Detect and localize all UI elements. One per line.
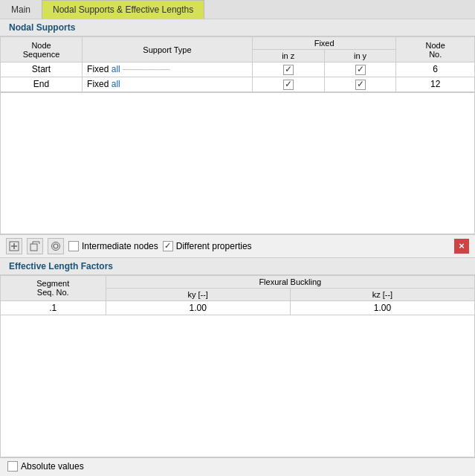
th-fixed: Fixed [252,37,396,50]
toolbar-btn-1[interactable] [6,238,22,254]
nodal-supports-section: Nodal Supports NodeSequence Support Type… [0,19,475,234]
nodal-supports-table-wrapper: NodeSequence Support Type Fixed NodeNo. … [0,36,475,93]
th-fixed-z: in z [252,50,324,62]
table-row: End Fixed all 12 [1,77,475,91]
svg-point-7 [54,244,58,248]
effective-length-table: SegmentSeq. No. Flexural Buckling ky [--… [0,275,475,315]
bottom-bar: Absolute values [0,457,475,475]
effective-length-section: Effective Length Factors SegmentSeq. No.… [0,258,475,457]
checkbox-fixed-z-start[interactable] [283,65,294,75]
settings-icon [51,241,61,251]
table-header-row-1: NodeSequence Support Type Fixed NodeNo. [1,37,475,50]
th-fixed-y: in y [324,50,396,62]
edit-icon [30,241,40,251]
checkbox-fixed-y-start[interactable] [355,65,366,75]
intermediate-nodes-label[interactable]: Intermediate nodes [68,241,158,251]
cell-kz: 1.00 [290,300,474,315]
add-icon [9,241,19,251]
different-properties-text: Different properties [176,241,252,251]
absolute-values-label[interactable]: Absolute values [7,461,84,472]
cell-support-type-end: Fixed all [83,77,253,91]
svg-point-8 [52,242,60,250]
th-ky: ky [--] [106,288,290,300]
table-row: Start Fixed all ───────── 6 [1,62,475,77]
close-button[interactable]: × [454,239,469,254]
cell-sequence-start: Start [1,62,83,77]
nodal-supports-table: NodeSequence Support Type Fixed NodeNo. … [0,36,475,92]
different-properties-checkbox[interactable]: ✓ [163,241,173,251]
toolbar-btn-3[interactable] [48,238,64,254]
tab-main[interactable]: Main [0,0,42,19]
svg-rect-3 [30,244,37,251]
th-node-no: NodeNo. [396,37,475,62]
eff-table-header-row-1: SegmentSeq. No. Flexural Buckling [1,275,475,288]
tab-nodal[interactable]: Nodal Supports & Effective Lengths [42,0,204,19]
absolute-values-checkbox[interactable] [7,461,18,472]
main-content: Nodal Supports NodeSequence Support Type… [0,19,475,475]
checkbox-fixed-z-end[interactable] [283,80,294,90]
th-flexural-buckling: Flexural Buckling [106,275,474,288]
th-kz: kz [--] [290,288,474,300]
effective-length-table-wrapper: SegmentSeq. No. Flexural Buckling ky [--… [0,275,475,315]
th-support-type: Support Type [83,37,253,62]
effective-length-empty-area [0,315,475,457]
checkbox-fixed-y-end[interactable] [355,80,366,90]
th-seg-seq: SegmentSeq. No. [1,275,106,300]
cell-support-type-start: Fixed all ───────── [83,62,253,77]
toolbar-btn-2[interactable] [27,238,43,254]
cell-fixed-y-start[interactable] [324,62,396,77]
cell-fixed-z-end[interactable] [252,77,324,91]
absolute-values-text: Absolute values [21,461,84,472]
cell-seg-seq: .1 [1,300,106,315]
cell-node-no-end: 12 [396,77,475,91]
nodal-supports-empty-area [0,93,475,234]
cell-sequence-end: End [1,77,83,91]
effective-length-header: Effective Length Factors [0,258,475,275]
nodal-supports-header: Nodal Supports [0,19,475,36]
toolbar-row: Intermediate nodes ✓ Different propertie… [0,234,475,258]
cell-fixed-y-end[interactable] [324,77,396,91]
th-node-sequence: NodeSequence [1,37,83,62]
intermediate-nodes-checkbox[interactable] [68,241,79,251]
eff-table-row: .1 1.00 1.00 [1,300,475,315]
tab-bar: Main Nodal Supports & Effective Lengths [0,0,475,19]
intermediate-nodes-text: Intermediate nodes [82,241,158,251]
different-properties-label[interactable]: ✓ Different properties [163,241,252,251]
cell-ky: 1.00 [106,300,290,315]
cell-fixed-z-start[interactable] [252,62,324,77]
cell-node-no-start: 6 [396,62,475,77]
